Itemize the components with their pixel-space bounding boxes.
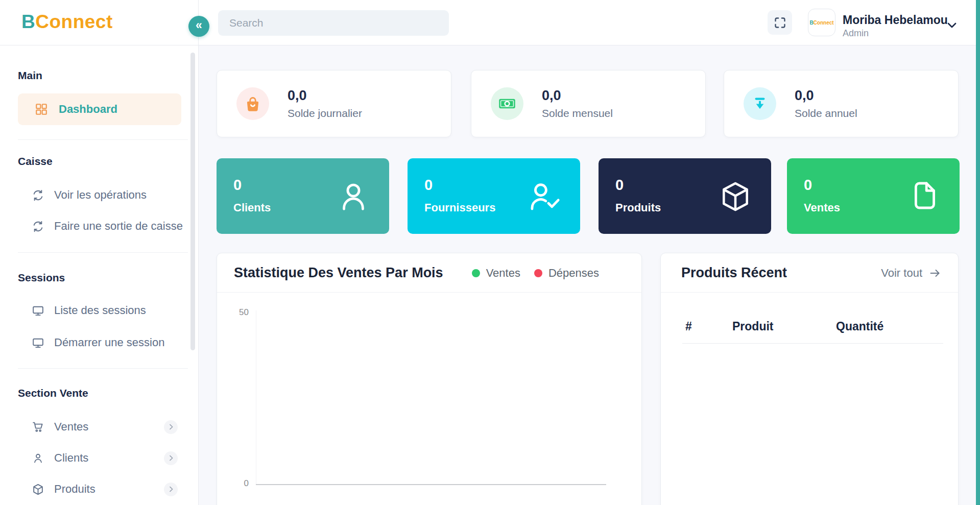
sidebar-item-clients[interactable]: Clients bbox=[32, 445, 178, 471]
sidebar-item-label: Faire une sortie de caisse bbox=[54, 220, 183, 233]
cart-icon bbox=[32, 421, 44, 434]
sidebar-divider bbox=[18, 252, 188, 253]
stat-card-solde-journalier: 0,0 Solde journalier bbox=[217, 70, 451, 137]
view-all-label: Voir tout bbox=[881, 267, 922, 280]
legend-label: Ventes bbox=[486, 267, 520, 280]
sidebar-item-dashboard[interactable]: Dashboard bbox=[18, 93, 181, 125]
count-label: Ventes bbox=[804, 201, 840, 214]
sidebar-item-faire-une-sortie[interactable]: Faire une sortie de caisse bbox=[32, 213, 178, 239]
chart-gridline bbox=[256, 310, 256, 485]
column-header-index: # bbox=[685, 320, 692, 333]
stat-card-solde-mensuel: 0,0 Solde mensuel bbox=[471, 70, 706, 137]
legend-item-depenses: Dépenses bbox=[534, 267, 599, 280]
page-scrollbar[interactable] bbox=[976, 0, 980, 505]
top-header: BConnect BConnect Moriba Hebelamou Admin bbox=[0, 0, 980, 45]
sidebar-item-demarrer-une-session[interactable]: Démarrer une session bbox=[32, 330, 178, 355]
count-label: Fournisseurs bbox=[424, 201, 495, 214]
app-root: BConnect BConnect Moriba Hebelamou Admin… bbox=[0, 0, 980, 505]
legend-item-ventes: Ventes bbox=[472, 267, 520, 280]
legend-dot-ventes bbox=[472, 269, 480, 277]
chevron-right-icon[interactable] bbox=[164, 420, 178, 434]
legend-dot-depenses bbox=[534, 269, 542, 277]
recent-products-title: Produits Récent bbox=[681, 265, 787, 281]
user-role: Admin bbox=[843, 28, 869, 39]
brand-logo[interactable]: BConnect bbox=[21, 11, 113, 33]
stat-value: 0,0 bbox=[542, 88, 613, 104]
sidebar-item-label: Clients bbox=[54, 451, 88, 465]
grid-icon bbox=[35, 103, 48, 116]
sidebar-item-voir-les-operations[interactable]: Voir les opérations bbox=[32, 182, 178, 208]
count-value: 0 bbox=[615, 177, 624, 194]
count-value: 0 bbox=[424, 177, 433, 194]
count-value: 0 bbox=[233, 177, 242, 194]
sidebar-item-label: Démarrer une session bbox=[54, 336, 164, 349]
user-name[interactable]: Moriba Hebelamou bbox=[843, 13, 948, 27]
sidebar-scrollbar[interactable] bbox=[190, 53, 195, 350]
sidebar-section-title-main: Main bbox=[18, 69, 42, 82]
count-card-clients: 0 Clients bbox=[217, 158, 389, 234]
sidebar-item-ventes[interactable]: Ventes bbox=[32, 414, 178, 440]
brand-logo-suffix: Connect bbox=[35, 11, 113, 32]
sidebar-item-label: Liste des sessions bbox=[54, 304, 146, 317]
chart-title: Statistique Des Ventes Par Mois bbox=[234, 265, 443, 281]
column-header-produit: Produit bbox=[732, 320, 774, 333]
cube-icon bbox=[718, 179, 753, 214]
user-icon bbox=[336, 179, 371, 214]
shopping-bag-icon bbox=[236, 87, 269, 120]
stat-label: Solde annuel bbox=[795, 107, 857, 119]
sidebar-item-produits[interactable]: Produits bbox=[32, 476, 178, 502]
stat-card-solde-annuel: 0,0 Solde annuel bbox=[724, 70, 959, 137]
sidebar-divider bbox=[18, 139, 188, 140]
arrow-right-icon bbox=[929, 267, 941, 279]
sidebar-divider bbox=[18, 368, 188, 369]
sidebar-section-title-section-vente: Section Vente bbox=[18, 387, 88, 399]
sidebar-item-label: Dashboard bbox=[59, 103, 117, 116]
sidebar-item-liste-des-sessions[interactable]: Liste des sessions bbox=[32, 298, 178, 323]
sidebar-item-label: Produits bbox=[54, 483, 95, 496]
sales-chart-panel: Statistique Des Ventes Par Mois Ventes D… bbox=[217, 253, 642, 505]
legend-label: Dépenses bbox=[548, 267, 599, 280]
count-label: Clients bbox=[233, 201, 271, 214]
main-content: 0,0 Solde journalier 0,0 Solde mensuel bbox=[199, 45, 980, 505]
search-input[interactable] bbox=[218, 10, 449, 36]
download-icon bbox=[744, 87, 776, 120]
count-value: 0 bbox=[804, 177, 812, 194]
view-all-link[interactable]: Voir tout bbox=[881, 253, 941, 293]
count-card-ventes: 0 Ventes bbox=[787, 158, 960, 234]
stat-value: 0,0 bbox=[288, 88, 362, 104]
stat-label: Solde journalier bbox=[288, 107, 362, 119]
stat-label: Solde mensuel bbox=[542, 107, 613, 119]
sidebar: Main Dashboard Caisse Voir les opération… bbox=[0, 45, 198, 505]
chevron-down-icon[interactable] bbox=[945, 18, 959, 32]
recent-products-panel: Produits Récent Voir tout # Produit Quan… bbox=[660, 253, 959, 505]
monitor-icon bbox=[32, 336, 44, 349]
person-icon bbox=[32, 452, 44, 465]
sync-icon bbox=[32, 189, 44, 202]
sidebar-section-title-caisse: Caisse bbox=[18, 155, 53, 167]
count-card-produits: 0 Produits bbox=[599, 158, 771, 234]
y-axis-tick-bottom: 0 bbox=[231, 478, 249, 489]
fullscreen-button[interactable] bbox=[768, 10, 792, 35]
brand-logo-prefix: B bbox=[21, 11, 35, 32]
count-card-fournisseurs: 0 Fournisseurs bbox=[408, 158, 580, 234]
chevron-right-icon[interactable] bbox=[164, 451, 178, 465]
sidebar-collapse-button[interactable]: « bbox=[188, 16, 209, 37]
sync-icon bbox=[32, 220, 44, 233]
fullscreen-icon bbox=[773, 16, 787, 30]
avatar[interactable]: BConnect bbox=[808, 9, 835, 36]
chevron-right-icon[interactable] bbox=[164, 483, 178, 496]
sidebar-item-label: Voir les opérations bbox=[54, 188, 147, 202]
monitor-icon bbox=[32, 304, 44, 317]
stat-value: 0,0 bbox=[795, 88, 857, 104]
sidebar-divider-line bbox=[198, 0, 199, 505]
y-axis-tick-top: 50 bbox=[231, 307, 249, 318]
sidebar-section-title-sessions: Sessions bbox=[18, 272, 65, 284]
cube-icon bbox=[32, 483, 44, 496]
chart-legend: Ventes Dépenses bbox=[472, 253, 599, 293]
chart-x-axis bbox=[256, 484, 606, 485]
recent-products-header: Produits Récent Voir tout bbox=[661, 253, 958, 293]
count-label: Produits bbox=[615, 201, 661, 214]
column-header-quantite: Quantité bbox=[836, 320, 883, 333]
file-icon bbox=[909, 179, 941, 212]
table-header-divider bbox=[682, 343, 943, 344]
